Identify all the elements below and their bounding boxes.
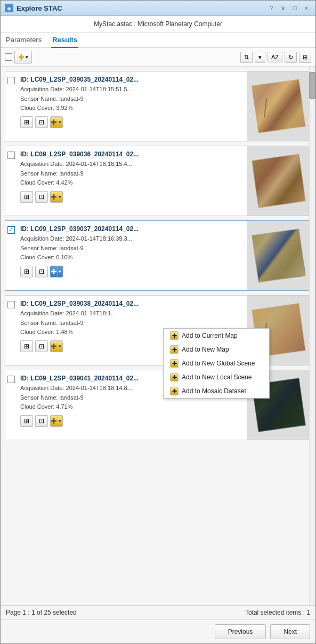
az-sort-btn[interactable]: AZ: [268, 52, 282, 62]
info-icon-5: ⊡: [39, 417, 44, 425]
info-icon-3: ⊡: [39, 268, 44, 275]
card-2-add-main[interactable]: ✚: [51, 191, 58, 203]
add-toolbar-arrow: ▾: [26, 54, 28, 60]
card-3-sensor: Sensor Name: landsat-9: [20, 244, 244, 253]
card-1-sensor: Sensor Name: landsat-9: [20, 94, 244, 104]
window-title: Explore STAC: [17, 4, 62, 12]
card-4-info-btn[interactable]: ⊡: [35, 340, 48, 352]
card-1-left: [5, 71, 17, 141]
scrollbar-track[interactable]: [309, 67, 315, 605]
add-toolbar-btn[interactable]: ✚ ▾: [14, 51, 32, 63]
card-2-cloud: Cloud Cover: 4.42%: [20, 178, 244, 188]
dropdown-label-new-map: Add to New Map: [182, 346, 229, 353]
card-3-add-main[interactable]: ✚: [51, 266, 58, 277]
select-all-checkbox[interactable]: [5, 53, 12, 61]
app-icon: ◈: [5, 4, 13, 12]
export-icon: ⊞: [303, 54, 307, 61]
scrollbar-thumb[interactable]: [309, 72, 315, 99]
az-icon: AZ: [271, 54, 279, 60]
card-1-zoom-btn[interactable]: ⊞: [20, 116, 33, 128]
card-3-add-split-btn: ✚ ▾: [50, 266, 63, 277]
card-1-title: ID: LC09_L2SP_039035_20240114_02...: [20, 76, 244, 83]
card-1-actions: ⊞ ⊡ ✚ ▾: [20, 116, 244, 128]
card-2-content: ID: LC09_L2SP_039036_20240114_02... Acqu…: [17, 146, 247, 216]
card-5-checkbox[interactable]: [7, 376, 15, 383]
card-3-details: Acquisition Date: 2024-01-14T18:16:39.3.…: [20, 234, 244, 263]
help-button[interactable]: ?: [266, 3, 276, 13]
card-3-checkbox[interactable]: ✓: [7, 226, 15, 234]
dropdown-item-global-scene[interactable]: ✚ Add to New Global Scene: [164, 356, 269, 370]
card-3-thumbnail: [252, 228, 306, 283]
card-4-id: LC09_L2SP_039038_20240114_02...: [30, 300, 139, 307]
zoom-icon-2: ⊞: [24, 193, 29, 201]
page-info: Page 1 : 1 of 25 selected: [6, 609, 77, 616]
dropdown-icon-new-map: ✚: [170, 345, 179, 354]
card-2-id-prefix: ID:: [20, 150, 30, 158]
card-3-actions: ⊞ ⊡ ✚ ▾: [20, 266, 244, 277]
card-5-add-arrow[interactable]: ▾: [58, 415, 62, 427]
result-card-2: ID: LC09_L2SP_039036_20240114_02... Acqu…: [5, 146, 311, 216]
card-3-zoom-btn[interactable]: ⊞: [20, 266, 33, 277]
footer-nav: Previous Next: [1, 619, 315, 643]
card-2-zoom-btn[interactable]: ⊞: [20, 191, 33, 203]
card-4-add-arrow[interactable]: ▾: [58, 340, 62, 352]
card-5-actions: ⊞ ⊡ ✚ ▾: [20, 415, 244, 427]
dropdown-icon-mosaic: ✚: [170, 387, 179, 395]
previous-button[interactable]: Previous: [215, 624, 266, 639]
card-4-left: [5, 296, 17, 365]
card-2-left: [5, 146, 17, 216]
sort-options-btn[interactable]: ▾: [255, 52, 265, 63]
tab-parameters[interactable]: Parameters: [5, 33, 43, 48]
dropdown-icon-global-scene: ✚: [170, 359, 179, 368]
card-4-title: ID: LC09_L2SP_039038_20240114_02...: [20, 300, 244, 307]
export-btn[interactable]: ⊞: [299, 52, 311, 63]
card-4-checkbox[interactable]: [7, 301, 15, 308]
zoom-icon: ⊞: [24, 118, 29, 126]
card-1-add-main[interactable]: ✚: [51, 116, 58, 128]
info-icon-2: ⊡: [39, 193, 44, 201]
sort-up-btn[interactable]: ⇅: [240, 52, 253, 63]
card-1-add-arrow[interactable]: ▾: [58, 116, 62, 128]
card-3-cloud: Cloud Cover: 0.10%: [20, 253, 244, 263]
card-2-info-btn[interactable]: ⊡: [35, 191, 48, 203]
card-5-zoom-btn[interactable]: ⊞: [20, 415, 33, 427]
sort-up-icon: ⇅: [244, 54, 249, 61]
dropdown-item-mosaic[interactable]: ✚ Add to Mosaic Dataset: [164, 384, 269, 398]
add-dropdown-menu: ✚ Add to Current Map ✚ Add to New Map ✚ …: [163, 328, 270, 399]
next-button[interactable]: Next: [270, 624, 310, 639]
collapse-button[interactable]: ∨: [278, 3, 288, 13]
tabs-bar: Parameters Results: [1, 33, 315, 48]
card-5-info-btn[interactable]: ⊡: [35, 415, 48, 427]
card-4-acquisition: Acquisition Date: 2024-01-14T18:1...: [20, 309, 244, 319]
card-5-id: LC09_L2SP_039041_20240114_02...: [30, 375, 139, 382]
total-info: Total selected items : 1: [245, 609, 310, 616]
card-3-info-btn[interactable]: ⊡: [35, 266, 48, 277]
dropdown-icon-current-map: ✚: [170, 331, 179, 340]
card-5-add-split-btn: ✚ ▾: [50, 415, 63, 427]
card-1-info-btn[interactable]: ⊡: [35, 116, 48, 128]
card-2-add-arrow[interactable]: ▾: [58, 191, 62, 203]
close-button[interactable]: ×: [302, 3, 311, 13]
subtitle: MyStac.astac : Microsoft Planetary Compu…: [1, 16, 315, 33]
refresh-btn[interactable]: ↻: [285, 52, 297, 63]
card-5-add-main[interactable]: ✚: [51, 415, 58, 427]
restore-button[interactable]: □: [290, 3, 299, 13]
card-2-thumbnail: [252, 154, 306, 208]
card-1-checkbox[interactable]: [7, 77, 15, 84]
card-2-checkbox[interactable]: [7, 152, 15, 159]
info-icon: ⊡: [39, 118, 44, 126]
dropdown-label-current-map: Add to Current Map: [182, 332, 238, 339]
dropdown-item-current-map[interactable]: ✚ Add to Current Map: [164, 329, 269, 343]
info-icon-4: ⊡: [39, 343, 44, 350]
checkbox-checkmark: ✓: [9, 226, 13, 233]
card-1-id: LC09_L2SP_039035_20240114_02...: [30, 76, 139, 83]
card-4-zoom-btn[interactable]: ⊞: [20, 340, 33, 352]
card-4-add-main[interactable]: ✚: [51, 340, 58, 352]
results-area: ID: LC09_L2SP_039035_20240114_02... Acqu…: [1, 67, 315, 605]
dropdown-item-local-scene[interactable]: ✚ Add to New Local Scene: [164, 370, 269, 384]
card-3-add-arrow[interactable]: ▾: [58, 266, 62, 277]
dropdown-item-new-map[interactable]: ✚ Add to New Map: [164, 343, 269, 356]
card-1-image: [247, 71, 311, 141]
tab-results[interactable]: Results: [51, 33, 78, 48]
card-1-acquisition: Acquisition Date: 2024-01-14T18:15:51.5.…: [20, 85, 244, 94]
